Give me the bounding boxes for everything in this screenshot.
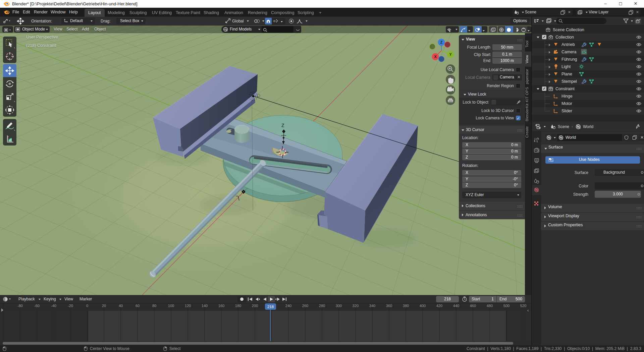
svg-text:260: 260 — [302, 304, 308, 308]
svg-text:Z: Z — [440, 40, 443, 44]
svg-text:160: 160 — [218, 304, 224, 308]
svg-text:320: 320 — [353, 304, 359, 308]
svg-text:0: 0 — [86, 304, 88, 308]
svg-text:60: 60 — [136, 304, 140, 308]
svg-text:420: 420 — [436, 304, 442, 308]
svg-text:200: 200 — [252, 304, 258, 308]
svg-text:40: 40 — [119, 304, 123, 308]
svg-text:‹: ‹ — [527, 308, 529, 313]
svg-text:180: 180 — [235, 304, 241, 308]
svg-text:460: 460 — [470, 304, 476, 308]
svg-text:240: 240 — [285, 304, 291, 308]
svg-text:Z: Z — [281, 123, 284, 128]
svg-text:X: X — [434, 55, 437, 59]
svg-text:-60: -60 — [34, 304, 40, 308]
svg-text:20: 20 — [102, 304, 106, 308]
svg-text:380: 380 — [403, 304, 409, 308]
svg-text:218: 218 — [267, 305, 274, 309]
svg-text:500: 500 — [503, 304, 509, 308]
svg-text:520: 520 — [520, 304, 526, 308]
svg-text:360: 360 — [386, 304, 392, 308]
svg-text:280: 280 — [319, 304, 325, 308]
svg-text:100: 100 — [168, 304, 174, 308]
svg-text:140: 140 — [202, 304, 208, 308]
svg-text:-80: -80 — [17, 304, 23, 308]
svg-text:340: 340 — [369, 304, 375, 308]
svg-text:-40: -40 — [51, 304, 56, 308]
svg-text:-20: -20 — [68, 304, 73, 308]
svg-text:400: 400 — [420, 304, 426, 308]
svg-text:440: 440 — [453, 304, 459, 308]
svg-text:80: 80 — [152, 304, 156, 308]
svg-text:480: 480 — [487, 304, 493, 308]
svg-text:Y: Y — [449, 52, 452, 56]
svg-text:300: 300 — [336, 304, 342, 308]
svg-text:120: 120 — [185, 304, 191, 308]
